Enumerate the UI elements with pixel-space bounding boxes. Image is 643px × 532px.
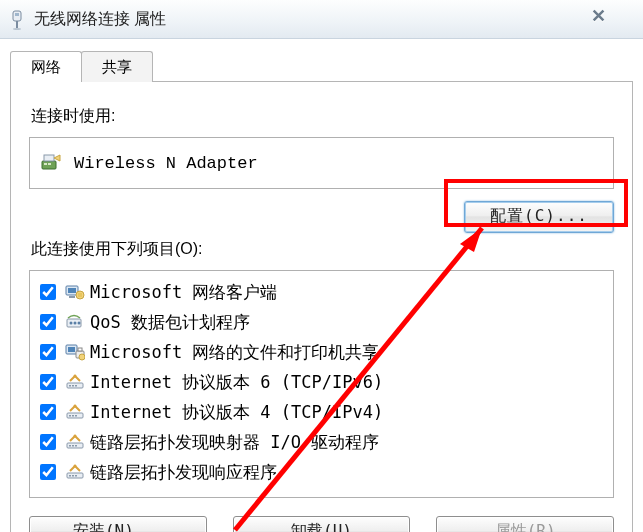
configure-button[interactable]: 配置(C)... bbox=[464, 201, 614, 233]
protocol-icon bbox=[64, 432, 86, 452]
item-label: 链路层拓扑发现响应程序 bbox=[90, 459, 277, 485]
svg-point-14 bbox=[70, 322, 73, 325]
svg-rect-7 bbox=[44, 155, 54, 161]
list-item[interactable]: Microsoft 网络客户端 bbox=[34, 277, 609, 307]
svg-point-16 bbox=[78, 322, 81, 325]
tab-network[interactable]: 网络 bbox=[10, 51, 82, 82]
button-label: 配置(C)... bbox=[490, 206, 588, 225]
svg-rect-10 bbox=[69, 296, 75, 298]
svg-rect-24 bbox=[72, 385, 74, 387]
tab-label: 共享 bbox=[102, 58, 132, 75]
svg-rect-2 bbox=[16, 21, 18, 28]
svg-rect-9 bbox=[68, 288, 76, 293]
svg-rect-18 bbox=[68, 347, 75, 352]
protocol-icon bbox=[64, 402, 86, 422]
components-list[interactable]: Microsoft 网络客户端QoS 数据包计划程序Microsoft 网络的文… bbox=[29, 270, 614, 498]
qos-icon bbox=[64, 312, 86, 332]
item-checkbox[interactable] bbox=[40, 344, 56, 360]
list-item[interactable]: 链路层拓扑发现映射器 I/O 驱动程序 bbox=[34, 427, 609, 457]
svg-rect-1 bbox=[15, 13, 19, 16]
svg-rect-40 bbox=[75, 475, 77, 477]
svg-rect-33 bbox=[69, 445, 71, 447]
fileprint-icon bbox=[64, 342, 86, 362]
item-checkbox[interactable] bbox=[40, 434, 56, 450]
svg-point-15 bbox=[74, 322, 77, 325]
svg-rect-5 bbox=[44, 163, 47, 165]
network-adapter-icon bbox=[40, 152, 62, 174]
item-label: Internet 协议版本 4 (TCP/IPv4) bbox=[90, 399, 383, 425]
svg-point-21 bbox=[79, 354, 85, 360]
item-label: QoS 数据包计划程序 bbox=[90, 309, 250, 335]
uninstall-button[interactable]: 卸载(U) bbox=[233, 516, 411, 532]
svg-point-3 bbox=[13, 28, 21, 30]
window-icon bbox=[8, 9, 26, 31]
button-label: 属性(R) bbox=[495, 521, 556, 532]
item-label: 链路层拓扑发现映射器 I/O 驱动程序 bbox=[90, 429, 379, 455]
svg-rect-38 bbox=[69, 475, 71, 477]
adapter-field[interactable]: Wireless N Adapter bbox=[29, 137, 614, 189]
svg-rect-34 bbox=[72, 445, 74, 447]
list-item[interactable]: 链路层拓扑发现响应程序 bbox=[34, 457, 609, 487]
protocol-icon bbox=[64, 372, 86, 392]
svg-rect-35 bbox=[75, 445, 77, 447]
connection-uses-label: 此连接使用下列项目(O): bbox=[31, 239, 614, 260]
tab-sharing[interactable]: 共享 bbox=[81, 51, 153, 82]
protocol-icon bbox=[64, 462, 86, 482]
list-item[interactable]: Internet 协议版本 4 (TCP/IPv4) bbox=[34, 397, 609, 427]
item-label: Microsoft 网络客户端 bbox=[90, 279, 277, 305]
item-checkbox[interactable] bbox=[40, 314, 56, 330]
svg-rect-30 bbox=[75, 415, 77, 417]
svg-point-36 bbox=[74, 435, 77, 438]
svg-rect-39 bbox=[72, 475, 74, 477]
item-label: Internet 协议版本 6 (TCP/IPv6) bbox=[90, 369, 383, 395]
svg-point-31 bbox=[74, 405, 77, 408]
list-item[interactable]: Internet 协议版本 6 (TCP/IPv6) bbox=[34, 367, 609, 397]
tab-strip: 网络 共享 bbox=[10, 47, 633, 82]
close-icon[interactable]: ✕ bbox=[581, 6, 615, 26]
svg-rect-6 bbox=[48, 163, 51, 165]
properties-button[interactable]: 属性(R) bbox=[436, 516, 614, 532]
button-label: 安装(N)... bbox=[73, 521, 163, 532]
item-checkbox[interactable] bbox=[40, 374, 56, 390]
adapter-name: Wireless N Adapter bbox=[74, 154, 258, 173]
component-buttons-row: 安装(N)... 卸载(U) 属性(R) bbox=[29, 516, 614, 532]
list-item[interactable]: QoS 数据包计划程序 bbox=[34, 307, 609, 337]
title-bar: 无线网络连接 属性 ✕ bbox=[0, 0, 643, 39]
item-checkbox[interactable] bbox=[40, 464, 56, 480]
client-icon bbox=[64, 282, 86, 302]
tab-label: 网络 bbox=[31, 58, 61, 75]
list-item[interactable]: Microsoft 网络的文件和打印机共享 bbox=[34, 337, 609, 367]
item-label: Microsoft 网络的文件和打印机共享 bbox=[90, 339, 379, 365]
svg-rect-28 bbox=[69, 415, 71, 417]
svg-rect-12 bbox=[78, 293, 82, 297]
client-area: 网络 共享 连接时使用: Wireless N Adapter 配置(C)... bbox=[0, 39, 643, 532]
svg-point-26 bbox=[74, 375, 77, 378]
item-checkbox[interactable] bbox=[40, 284, 56, 300]
install-button[interactable]: 安装(N)... bbox=[29, 516, 207, 532]
tab-panel-network: 连接时使用: Wireless N Adapter 配置(C)... 此连接使用… bbox=[10, 82, 633, 532]
connect-using-label: 连接时使用: bbox=[31, 106, 614, 127]
svg-rect-25 bbox=[75, 385, 77, 387]
window-title: 无线网络连接 属性 bbox=[34, 9, 166, 30]
button-label: 卸载(U) bbox=[291, 521, 352, 532]
svg-rect-20 bbox=[78, 348, 82, 351]
svg-rect-29 bbox=[72, 415, 74, 417]
svg-rect-23 bbox=[69, 385, 71, 387]
svg-point-41 bbox=[74, 465, 77, 468]
item-checkbox[interactable] bbox=[40, 404, 56, 420]
